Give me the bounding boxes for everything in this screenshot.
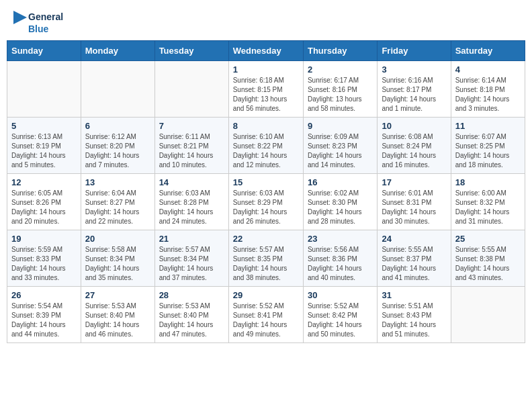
week-row-5: 26Sunrise: 5:54 AM Sunset: 8:39 PM Dayli… [7, 287, 525, 343]
day-info: Sunrise: 6:11 AM Sunset: 8:21 PM Dayligh… [159, 132, 224, 170]
day-cell-22: 22Sunrise: 5:57 AM Sunset: 8:35 PM Dayli… [228, 230, 303, 287]
day-cell-18: 18Sunrise: 6:00 AM Sunset: 8:32 PM Dayli… [451, 174, 525, 230]
day-cell-11: 11Sunrise: 6:07 AM Sunset: 8:25 PM Dayli… [451, 118, 525, 174]
day-cell-empty [451, 287, 525, 343]
svg-marker-0 [13, 11, 27, 24]
day-info: Sunrise: 6:07 AM Sunset: 8:25 PM Dayligh… [455, 132, 521, 170]
day-cell-2: 2Sunrise: 6:17 AM Sunset: 8:16 PM Daylig… [303, 61, 377, 118]
week-row-3: 12Sunrise: 6:05 AM Sunset: 8:26 PM Dayli… [7, 174, 525, 230]
calendar-table: SundayMondayTuesdayWednesdayThursdayFrid… [7, 40, 525, 343]
day-number: 23 [308, 234, 373, 244]
day-number: 13 [85, 177, 150, 187]
day-cell-16: 16Sunrise: 6:02 AM Sunset: 8:30 PM Dayli… [303, 174, 377, 230]
day-number: 21 [159, 234, 224, 244]
day-info: Sunrise: 5:53 AM Sunset: 8:40 PM Dayligh… [159, 302, 224, 339]
week-row-4: 19Sunrise: 5:59 AM Sunset: 8:33 PM Dayli… [7, 230, 525, 287]
day-cell-28: 28Sunrise: 5:53 AM Sunset: 8:40 PM Dayli… [154, 287, 228, 343]
day-cell-15: 15Sunrise: 6:03 AM Sunset: 8:29 PM Dayli… [228, 174, 303, 230]
day-info: Sunrise: 5:52 AM Sunset: 8:41 PM Dayligh… [233, 302, 299, 339]
day-number: 1 [233, 64, 299, 75]
week-row-2: 5Sunrise: 6:13 AM Sunset: 8:19 PM Daylig… [7, 118, 525, 174]
day-number: 3 [382, 64, 446, 75]
day-cell-3: 3Sunrise: 6:16 AM Sunset: 8:17 PM Daylig… [378, 61, 451, 118]
day-cell-27: 27Sunrise: 5:53 AM Sunset: 8:40 PM Dayli… [81, 287, 154, 343]
day-info: Sunrise: 5:57 AM Sunset: 8:35 PM Dayligh… [233, 245, 299, 283]
day-cell-5: 5Sunrise: 6:13 AM Sunset: 8:19 PM Daylig… [7, 118, 81, 174]
day-info: Sunrise: 5:54 AM Sunset: 8:39 PM Dayligh… [11, 302, 77, 339]
day-number: 30 [308, 290, 373, 300]
day-number: 31 [382, 290, 446, 300]
day-info: Sunrise: 6:16 AM Sunset: 8:17 PM Dayligh… [382, 76, 446, 113]
day-cell-1: 1Sunrise: 6:18 AM Sunset: 8:15 PM Daylig… [228, 61, 303, 118]
day-info: Sunrise: 5:57 AM Sunset: 8:34 PM Dayligh… [159, 245, 224, 283]
day-cell-17: 17Sunrise: 6:01 AM Sunset: 8:31 PM Dayli… [378, 174, 451, 230]
day-number: 7 [159, 121, 224, 131]
day-number: 26 [11, 290, 77, 300]
day-cell-empty [154, 61, 228, 118]
day-cell-empty [81, 61, 154, 118]
day-info: Sunrise: 6:04 AM Sunset: 8:27 PM Dayligh… [85, 189, 150, 226]
day-cell-23: 23Sunrise: 5:56 AM Sunset: 8:36 PM Dayli… [303, 230, 377, 287]
day-info: Sunrise: 6:12 AM Sunset: 8:20 PM Dayligh… [85, 132, 150, 170]
day-cell-14: 14Sunrise: 6:03 AM Sunset: 8:28 PM Dayli… [154, 174, 228, 230]
logo-blue: Blue [28, 23, 63, 35]
day-number: 15 [233, 177, 299, 187]
weekday-header-sunday: Sunday [7, 41, 81, 61]
day-number: 28 [159, 290, 224, 300]
day-number: 19 [11, 234, 77, 244]
weekday-header-saturday: Saturday [451, 41, 525, 61]
day-cell-10: 10Sunrise: 6:08 AM Sunset: 8:24 PM Dayli… [378, 118, 451, 174]
weekday-header-wednesday: Wednesday [228, 41, 303, 61]
day-info: Sunrise: 6:10 AM Sunset: 8:22 PM Dayligh… [233, 132, 299, 170]
day-number: 10 [382, 121, 446, 131]
day-cell-29: 29Sunrise: 5:52 AM Sunset: 8:41 PM Dayli… [228, 287, 303, 343]
day-number: 14 [159, 177, 224, 187]
day-info: Sunrise: 5:55 AM Sunset: 8:38 PM Dayligh… [455, 245, 521, 283]
day-cell-12: 12Sunrise: 6:05 AM Sunset: 8:26 PM Dayli… [7, 174, 81, 230]
day-cell-26: 26Sunrise: 5:54 AM Sunset: 8:39 PM Dayli… [7, 287, 81, 343]
day-number: 29 [233, 290, 299, 300]
day-number: 27 [85, 290, 150, 300]
day-info: Sunrise: 6:08 AM Sunset: 8:24 PM Dayligh… [382, 132, 446, 170]
day-info: Sunrise: 6:03 AM Sunset: 8:28 PM Dayligh… [159, 189, 224, 226]
day-info: Sunrise: 6:01 AM Sunset: 8:31 PM Dayligh… [382, 189, 446, 226]
logo-triangle-icon [13, 11, 27, 35]
day-number: 8 [233, 121, 299, 131]
weekday-header-thursday: Thursday [303, 41, 377, 61]
day-number: 4 [455, 64, 521, 75]
day-info: Sunrise: 6:17 AM Sunset: 8:16 PM Dayligh… [308, 76, 373, 113]
day-number: 2 [308, 64, 373, 75]
day-info: Sunrise: 5:55 AM Sunset: 8:37 PM Dayligh… [382, 245, 446, 283]
logo: General Blue [13, 11, 63, 35]
day-number: 25 [455, 234, 521, 244]
day-cell-13: 13Sunrise: 6:04 AM Sunset: 8:27 PM Dayli… [81, 174, 154, 230]
day-cell-31: 31Sunrise: 5:51 AM Sunset: 8:43 PM Dayli… [378, 287, 451, 343]
day-info: Sunrise: 6:18 AM Sunset: 8:15 PM Dayligh… [233, 76, 299, 113]
day-cell-25: 25Sunrise: 5:55 AM Sunset: 8:38 PM Dayli… [451, 230, 525, 287]
day-info: Sunrise: 5:56 AM Sunset: 8:36 PM Dayligh… [308, 245, 373, 283]
day-number: 24 [382, 234, 446, 244]
weekday-header-monday: Monday [81, 41, 154, 61]
day-info: Sunrise: 6:00 AM Sunset: 8:32 PM Dayligh… [455, 189, 521, 226]
day-number: 11 [455, 121, 521, 131]
calendar-header: SundayMondayTuesdayWednesdayThursdayFrid… [7, 41, 525, 61]
day-cell-9: 9Sunrise: 6:09 AM Sunset: 8:23 PM Daylig… [303, 118, 377, 174]
weekday-header-friday: Friday [378, 41, 451, 61]
page-header: General Blue [0, 0, 532, 40]
day-number: 18 [455, 177, 521, 187]
logo-text: General Blue [28, 11, 63, 35]
day-info: Sunrise: 5:58 AM Sunset: 8:34 PM Dayligh… [85, 245, 150, 283]
day-number: 6 [85, 121, 150, 131]
day-info: Sunrise: 6:03 AM Sunset: 8:29 PM Dayligh… [233, 189, 299, 226]
weekday-header-tuesday: Tuesday [154, 41, 228, 61]
day-number: 17 [382, 177, 446, 187]
day-info: Sunrise: 5:59 AM Sunset: 8:33 PM Dayligh… [11, 245, 77, 283]
day-cell-19: 19Sunrise: 5:59 AM Sunset: 8:33 PM Dayli… [7, 230, 81, 287]
day-number: 12 [11, 177, 77, 187]
day-info: Sunrise: 6:13 AM Sunset: 8:19 PM Dayligh… [11, 132, 77, 170]
day-cell-20: 20Sunrise: 5:58 AM Sunset: 8:34 PM Dayli… [81, 230, 154, 287]
day-cell-empty [7, 61, 81, 118]
calendar-wrapper: SundayMondayTuesdayWednesdayThursdayFrid… [0, 40, 532, 350]
day-number: 9 [308, 121, 373, 131]
day-number: 20 [85, 234, 150, 244]
